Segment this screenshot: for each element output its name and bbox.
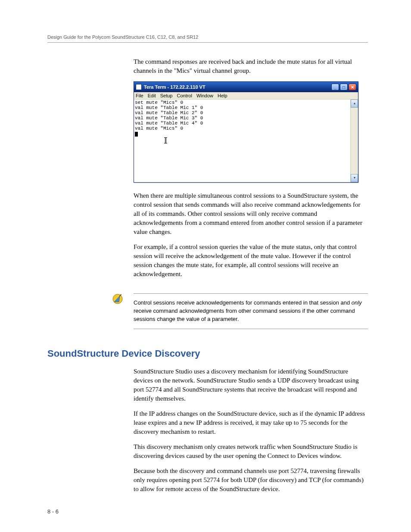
menu-control[interactable]: Control [177, 93, 192, 98]
paragraph: Because both the discovery and command c… [134, 467, 368, 494]
menu-file[interactable]: File [136, 93, 143, 98]
terminal-line: val mute "Table Mic 2" 0 [135, 110, 203, 115]
app-icon [136, 84, 142, 90]
maximize-button[interactable]: □ [340, 84, 348, 90]
scroll-down-icon[interactable]: ▾ [351, 174, 358, 182]
menu-setup[interactable]: Setup [160, 93, 173, 98]
paragraph: The command responses are received back … [134, 57, 368, 75]
close-button[interactable]: ✕ [349, 84, 356, 90]
terminal-line: val mute "Table Mic 3" 0 [135, 115, 203, 121]
terminal-line: val mute "Table Mic 4" 0 [135, 121, 203, 126]
text-cursor [135, 132, 138, 137]
paragraph: When there are multiple simultaneous con… [134, 191, 368, 236]
terminal-line: set mute "Mics" 0 [135, 100, 183, 105]
terminal-line: val mute "Table Mic 1" 0 [135, 105, 203, 110]
menu-window[interactable]: Window [196, 93, 213, 98]
paragraph: If the IP address changes on the SoundSt… [134, 409, 368, 436]
paragraph: SoundStructure Studio uses a discovery m… [134, 367, 368, 403]
header-rule [47, 42, 368, 43]
menu-bar[interactable]: File Edit Setup Control Window Help [134, 92, 358, 100]
running-header: Design Guide for the Polycom SoundStruct… [47, 34, 368, 40]
note-callout: Control sessions receive acknowledgement… [47, 287, 368, 335]
window-title: Tera Term - 172.22.2.110 VT [144, 84, 331, 90]
note-text: Control sessions receive acknowledgement… [134, 293, 368, 329]
paragraph: For example, if a control session querie… [134, 243, 368, 279]
menu-help[interactable]: Help [218, 93, 227, 98]
window-titlebar[interactable]: Tera Term - 172.22.2.110 VT _ □ ✕ [134, 82, 358, 92]
terminal-line: val mute "Mics" 0 [135, 126, 183, 131]
section-heading: SoundStructure Device Discovery [47, 348, 368, 359]
scrollbar[interactable]: ▴ ▾ [350, 100, 358, 182]
minimize-button[interactable]: _ [331, 84, 339, 90]
note-icon [112, 293, 123, 305]
terminal-output[interactable]: set mute "Mics" 0 val mute "Table Mic 1"… [134, 100, 350, 182]
menu-edit[interactable]: Edit [148, 93, 156, 98]
page-number: 8 - 6 [47, 508, 59, 515]
paragraph: This discovery mechanism only creates ne… [134, 442, 368, 460]
terminal-screenshot: Tera Term - 172.22.2.110 VT _ □ ✕ File E… [134, 81, 368, 183]
ibeam-cursor-icon [165, 137, 166, 143]
scroll-up-icon[interactable]: ▴ [351, 100, 358, 108]
scroll-track[interactable] [351, 108, 358, 174]
